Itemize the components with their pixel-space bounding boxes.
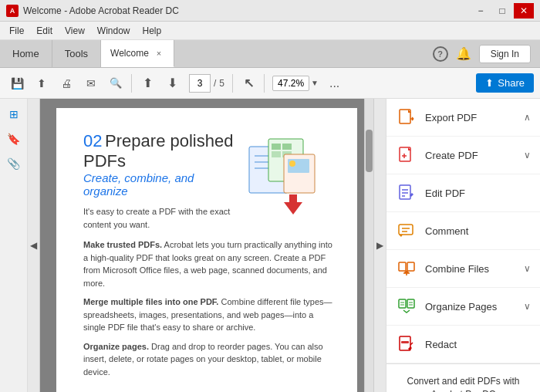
create-arrow-icon: ∨ [524, 150, 531, 161]
svg-rect-6 [282, 144, 292, 150]
upgrade-section: Convert and edit PDFs with Acrobat Pro D… [386, 363, 540, 392]
menu-bar: File Edit View Window Help [0, 22, 540, 40]
pdf-area[interactable]: 02 Prepare polished PDFs Create, combine… [40, 99, 373, 392]
edit-pdf-label: Edit PDF [425, 188, 531, 199]
organize-pages-label: Organize Pages [425, 301, 516, 313]
export-pdf-label: Export PDF [425, 112, 516, 123]
restore-button[interactable]: □ [492, 3, 512, 19]
pdf-s2-title: Merge multiple files into one PDF. [83, 297, 218, 306]
create-pdf-item[interactable]: Create PDF ∨ [386, 137, 540, 174]
pdf-section-3: Organize pages. Drag and drop to reorder… [83, 340, 334, 379]
print-button[interactable]: 🖨 [56, 73, 77, 94]
export-pdf-icon [396, 106, 417, 128]
organize-pages-item[interactable]: Organize Pages ∨ [386, 288, 540, 326]
print-icon: 🖨 [61, 77, 72, 90]
combine-files-item[interactable]: Combine Files ∨ [386, 250, 540, 288]
tab-right-area: ? 🔔 Sign In [174, 40, 540, 67]
page-separator: / [214, 78, 216, 89]
pdf-section-1: Make trusted PDFs. Acrobat lets you turn… [83, 238, 334, 289]
window-controls: − □ ✕ [471, 3, 534, 19]
zoom-dropdown-icon[interactable]: ▼ [311, 79, 319, 87]
bookmark-icon: 🔖 [7, 133, 20, 145]
left-sidebar: ⊞ 🔖 📎 [0, 99, 28, 392]
zoom-value[interactable]: 47.2% [272, 76, 309, 91]
page-number-input[interactable] [189, 74, 211, 93]
menu-window[interactable]: Window [91, 24, 137, 38]
scroll-up-button[interactable]: ⬆ [137, 73, 158, 94]
upload-button[interactable]: ⬆ [31, 73, 52, 94]
share-icon: ⬆ [485, 77, 494, 89]
cursor-icon: ↖ [244, 76, 254, 90]
close-button[interactable]: ✕ [514, 3, 534, 19]
comment-label: Comment [425, 225, 531, 237]
notification-bell[interactable]: 🔔 [456, 46, 471, 61]
pages-icon: ⊞ [9, 108, 19, 120]
menu-view[interactable]: View [59, 24, 91, 38]
svg-rect-24 [407, 299, 414, 308]
pdf-section-2: Merge multiple files into one PDF. Combi… [83, 296, 334, 334]
search-icon: 🔍 [110, 77, 122, 89]
pdf-heading: Prepare polished PDFs [83, 131, 233, 171]
scroll-right-button[interactable]: ▶ [373, 99, 386, 392]
app-icon: A [6, 5, 19, 17]
minimize-button[interactable]: − [471, 3, 491, 19]
page-navigation: / 5 [189, 74, 224, 93]
pdf-page: 02 Prepare polished PDFs Create, combine… [56, 108, 357, 392]
redact-item[interactable]: Redact [386, 326, 540, 363]
page-total: 5 [219, 78, 224, 89]
help-button[interactable]: ? [433, 46, 448, 62]
menu-file[interactable]: File [3, 24, 30, 38]
svg-rect-23 [399, 299, 406, 308]
menu-help[interactable]: Help [137, 24, 168, 38]
export-pdf-item[interactable]: Export PDF ∧ [386, 99, 540, 137]
edit-pdf-icon [396, 182, 417, 204]
pdf-illustration [245, 131, 334, 231]
page-thumbnails-button[interactable]: ⊞ [5, 105, 23, 123]
comment-item[interactable]: Comment [386, 212, 540, 250]
more-options-button[interactable]: ... [325, 73, 344, 93]
cursor-button[interactable]: ↖ [238, 73, 259, 94]
save-icon: 💾 [11, 77, 24, 90]
menu-edit[interactable]: Edit [30, 24, 59, 38]
organize-pages-icon [396, 296, 417, 317]
create-pdf-label: Create PDF [425, 150, 516, 161]
svg-rect-21 [399, 262, 406, 271]
scroll-up-icon: ⬆ [143, 76, 153, 90]
left-arrow-icon: ◀ [30, 240, 37, 251]
title-bar: A Welcome - Adobe Acrobat Reader DC − □ … [0, 0, 540, 22]
tab-home[interactable]: Home [0, 40, 52, 67]
close-tab-button[interactable]: × [154, 48, 164, 59]
pdf-scrollbar-thumb[interactable] [366, 130, 373, 172]
svg-point-11 [289, 161, 295, 167]
separator2 [232, 74, 233, 93]
combine-files-icon [396, 258, 417, 279]
content-wrapper: ◀ [28, 99, 386, 392]
zoom-control: 47.2% ▼ [272, 76, 319, 91]
redact-label: Redact [425, 339, 531, 350]
share-button[interactable]: ⬆ Share [476, 73, 534, 93]
edit-pdf-item[interactable]: Edit PDF [386, 174, 540, 212]
pdf-section-number: 02 [83, 131, 102, 150]
bookmarks-button[interactable]: 🔖 [5, 130, 23, 148]
pdf-s3-title: Organize pages. [83, 342, 149, 351]
scroll-left-button[interactable]: ◀ [28, 99, 40, 392]
upgrade-text: Convert and edit PDFs with Acrobat Pro D… [396, 375, 531, 392]
attachment-icon: 📎 [7, 157, 20, 170]
right-panel: Export PDF ∧ Create PDF ∨ [386, 99, 540, 392]
tab-tools[interactable]: Tools [52, 40, 101, 67]
separator [131, 74, 132, 93]
sign-in-button[interactable]: Sign In [479, 45, 531, 63]
separator3 [264, 74, 265, 93]
tab-bar: Home Tools Welcome × ? 🔔 Sign In [0, 40, 540, 68]
search-button[interactable]: 🔍 [105, 73, 127, 94]
tab-welcome[interactable]: Welcome × [101, 40, 174, 67]
email-button[interactable]: ✉ [80, 73, 102, 94]
pdf-scrollbar-track[interactable] [364, 99, 373, 392]
scroll-down-icon: ⬇ [167, 76, 177, 90]
save-button[interactable]: 💾 [6, 73, 28, 94]
redact-icon [396, 333, 417, 355]
organize-arrow-icon: ∨ [524, 301, 531, 312]
attachments-button[interactable]: 📎 [5, 154, 23, 173]
svg-rect-22 [407, 262, 414, 271]
scroll-down-button[interactable]: ⬇ [161, 73, 183, 94]
